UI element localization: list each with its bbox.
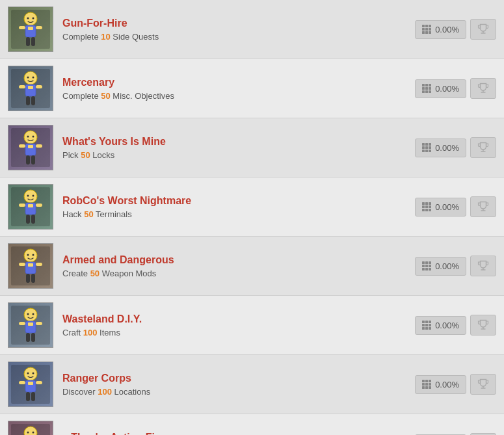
svg-rect-49 (31, 274, 35, 283)
svg-rect-57 (36, 322, 42, 325)
achievement-info-theyre-action-figures: ...They're Action FiguresCollect 20 Vaul… (62, 432, 415, 436)
svg-rect-48 (26, 274, 30, 283)
achievement-title-armed-and-dangerous: Armed and Dangerous (62, 254, 415, 266)
achievement-item: Armed and DangerousCreate 50 Weapon Mods… (0, 237, 504, 296)
percent-text: 0.00% (435, 25, 459, 34)
achievement-desc-gun-for-hire: Complete 10 Side Quests (62, 32, 415, 42)
achievement-info-armed-and-dangerous: Armed and DangerousCreate 50 Weapon Mods (62, 254, 415, 278)
trophy-badge-mercenary[interactable] (470, 78, 496, 99)
svg-point-31 (24, 190, 37, 203)
grid-icon (422, 84, 431, 93)
achievement-highlight: 100 (83, 328, 98, 337)
achievement-highlight: 10 (101, 32, 110, 42)
percent-badge-wasteland-diy[interactable]: 0.00% (415, 316, 466, 335)
achievement-thumb-robcos-worst-nightmare (8, 184, 53, 230)
achievement-right-gun-for-hire: 0.00% (415, 19, 496, 40)
percent-text: 0.00% (435, 84, 459, 94)
svg-point-21 (24, 131, 37, 144)
achievement-item: RobCo's Worst NightmareHack 50 Terminals… (0, 178, 504, 237)
svg-point-23 (33, 136, 34, 138)
achievement-desc-robcos-worst-nightmare: Hack 50 Terminals (62, 209, 415, 219)
achievement-desc-armed-and-dangerous: Create 50 Weapon Mods (62, 269, 415, 278)
svg-rect-67 (36, 381, 42, 384)
svg-rect-45 (28, 263, 33, 267)
svg-rect-37 (36, 204, 42, 207)
achievement-right-wasteland-diy: 0.00% (415, 315, 496, 336)
svg-rect-19 (31, 96, 35, 105)
achievement-title-ranger-corps: Ranger Corps (62, 373, 415, 384)
svg-rect-27 (36, 144, 42, 148)
percent-badge-robcos-worst-nightmare[interactable]: 0.00% (415, 198, 466, 217)
svg-rect-18 (26, 96, 30, 105)
achievement-info-whats-yours-is-mine: What's Yours Is MinePick 50 Locks (62, 136, 415, 160)
trophy-badge-ranger-corps[interactable] (470, 374, 496, 395)
percent-badge-armed-and-dangerous[interactable]: 0.00% (415, 257, 466, 276)
svg-rect-36 (19, 204, 25, 207)
achievement-thumb-whats-yours-is-mine (8, 125, 53, 170)
trophy-badge-robcos-worst-nightmare[interactable] (470, 196, 496, 217)
achievement-thumb-armed-and-dangerous (8, 243, 53, 289)
achievement-thumb-mercenary (8, 66, 53, 111)
percent-badge-whats-yours-is-mine[interactable]: 0.00% (415, 138, 466, 157)
svg-point-61 (24, 367, 37, 380)
trophy-badge-wasteland-diy[interactable] (470, 315, 496, 336)
svg-rect-26 (19, 144, 25, 148)
trophy-badge-gun-for-hire[interactable] (470, 19, 496, 40)
svg-rect-56 (19, 322, 25, 325)
achievement-thumb-gun-for-hire (8, 7, 53, 52)
trophy-badge-armed-and-dangerous[interactable] (470, 256, 496, 276)
achievement-right-mercenary: 0.00% (415, 78, 496, 99)
svg-rect-58 (26, 333, 30, 342)
trophy-badge-whats-yours-is-mine[interactable] (470, 137, 496, 158)
svg-point-53 (33, 313, 34, 315)
achievement-title-mercenary: Mercenary (62, 77, 415, 88)
achievement-info-ranger-corps: Ranger CorpsDiscover 100 Locations (62, 373, 415, 397)
svg-point-62 (27, 373, 29, 375)
svg-rect-46 (19, 263, 25, 266)
achievement-highlight: 50 (81, 150, 90, 160)
svg-point-1 (24, 12, 37, 25)
percent-badge-ranger-corps[interactable]: 0.00% (415, 375, 466, 394)
achievement-highlight: 50 (90, 269, 99, 278)
svg-rect-6 (19, 26, 25, 29)
achievement-thumb-theyre-action-figures (8, 421, 53, 435)
achievement-desc-whats-yours-is-mine: Pick 50 Locks (62, 150, 415, 160)
svg-rect-5 (28, 27, 33, 30)
svg-rect-39 (31, 215, 35, 224)
achievement-info-gun-for-hire: Gun-For-HireComplete 10 Side Quests (62, 18, 415, 42)
svg-point-33 (33, 195, 34, 197)
achievement-info-robcos-worst-nightmare: RobCo's Worst NightmareHack 50 Terminals (62, 195, 415, 219)
percent-text: 0.00% (435, 380, 459, 389)
svg-rect-69 (31, 392, 35, 401)
svg-rect-38 (26, 215, 30, 224)
svg-rect-68 (26, 392, 30, 401)
achievement-info-mercenary: MercenaryComplete 50 Misc. Objectives (62, 77, 415, 101)
achievement-desc-ranger-corps: Discover 100 Locations (62, 387, 415, 397)
percent-badge-mercenary[interactable]: 0.00% (415, 79, 466, 98)
trophy-icon (477, 83, 489, 94)
achievement-title-whats-yours-is-mine: What's Yours Is Mine (62, 136, 415, 148)
svg-rect-25 (28, 145, 33, 148)
svg-point-51 (24, 308, 37, 321)
svg-rect-47 (36, 263, 42, 266)
achievement-right-robcos-worst-nightmare: 0.00% (415, 196, 496, 217)
achievement-highlight: 50 (84, 209, 93, 219)
svg-point-3 (33, 18, 34, 20)
percent-text: 0.00% (435, 202, 459, 212)
achievement-title-theyre-action-figures: ...They're Action Figures (62, 432, 415, 436)
achievement-desc-wasteland-diy: Craft 100 Items (62, 328, 415, 337)
svg-point-2 (27, 18, 29, 20)
trophy-icon (477, 319, 489, 331)
svg-point-43 (33, 254, 34, 256)
grid-icon (422, 25, 431, 34)
achievement-info-wasteland-diy: Wasteland D.I.Y.Craft 100 Items (62, 313, 415, 337)
svg-point-13 (33, 77, 34, 79)
svg-rect-29 (31, 155, 35, 165)
achievement-title-robcos-worst-nightmare: RobCo's Worst Nightmare (62, 195, 415, 207)
trophy-icon (477, 23, 489, 35)
percent-badge-gun-for-hire[interactable]: 0.00% (415, 20, 466, 39)
svg-rect-9 (31, 37, 35, 46)
achievement-item: MercenaryComplete 50 Misc. Objectives0.0… (0, 59, 504, 118)
achievement-right-ranger-corps: 0.00% (415, 374, 496, 395)
achievement-thumb-wasteland-diy (8, 302, 53, 348)
